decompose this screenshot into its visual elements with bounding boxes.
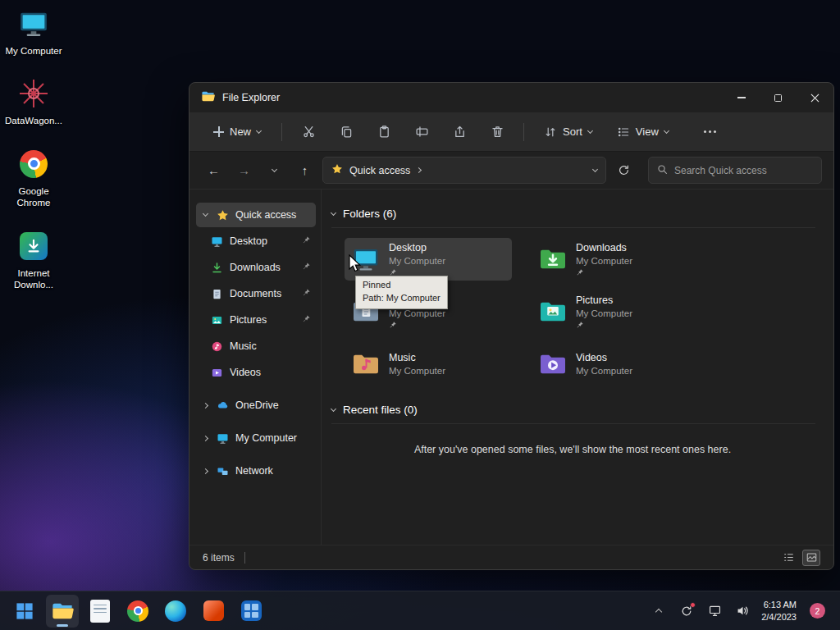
desktop-icon-label: Internet Downlo... — [2, 267, 65, 291]
maximize-button[interactable] — [760, 83, 797, 112]
computer-icon — [16, 7, 51, 41]
folder-tile-downloads[interactable]: Downloads My Computer — [532, 238, 699, 281]
sort-button[interactable]: Sort — [536, 120, 600, 144]
back-button[interactable]: ← — [201, 158, 226, 183]
rename-button[interactable] — [407, 117, 436, 147]
computer-icon — [216, 431, 230, 445]
sidebar-item-desktop[interactable]: Desktop — [196, 229, 316, 253]
folder-tile-pictures[interactable]: Pictures My Computer — [532, 290, 699, 333]
datawagon-icon — [16, 76, 51, 111]
folders-group-header[interactable]: Folders (6) — [331, 208, 815, 228]
new-button-label: New — [230, 126, 251, 138]
sidebar-item-network[interactable]: Network — [196, 459, 316, 483]
documents-icon — [210, 287, 224, 301]
chevron-down-icon[interactable] — [203, 211, 208, 217]
desktop-folder-icon — [351, 244, 381, 274]
volume-icon[interactable] — [733, 602, 751, 620]
pin-icon — [302, 262, 311, 273]
music-icon — [210, 340, 224, 354]
folder-tile-music[interactable]: Music My Computer — [345, 343, 512, 386]
desktop-icon-internet-download-manager[interactable]: Internet Downlo... — [2, 229, 66, 291]
refresh-button[interactable] — [611, 158, 637, 183]
network-icon[interactable] — [705, 602, 724, 620]
notification-count-badge[interactable]: 2 — [810, 603, 825, 619]
up-button[interactable]: ↑ — [292, 158, 317, 183]
search-input[interactable] — [674, 165, 813, 176]
taskbar-clock[interactable]: 6:13 AM 2/4/2023 — [761, 599, 797, 623]
delete-button[interactable] — [482, 117, 512, 147]
chevron-right-icon[interactable] — [203, 435, 208, 441]
desktop-icon-google-chrome[interactable]: Google Chrome — [2, 147, 66, 209]
collapse-chevron-icon[interactable] — [331, 209, 336, 215]
taskbar-chrome[interactable] — [121, 595, 154, 628]
share-button[interactable] — [445, 117, 474, 147]
sidebar-item-my-computer[interactable]: My Computer — [196, 426, 316, 450]
update-badge-dot — [690, 602, 696, 608]
title-bar[interactable]: File Explorer — [189, 83, 833, 112]
desktop-screen: My Computer DataWagon... Google Chrome I… — [0, 0, 840, 630]
paste-button[interactable] — [369, 117, 399, 147]
sidebar-item-quick-access[interactable]: Quick access — [196, 203, 316, 227]
taskbar-notepad[interactable] — [84, 595, 116, 628]
sidebar-item-videos[interactable]: Videos — [196, 360, 316, 385]
sidebar-item-onedrive[interactable]: OneDrive — [196, 393, 316, 418]
start-button[interactable] — [8, 595, 41, 628]
downloads-folder-icon — [538, 244, 568, 274]
sidebar-item-documents[interactable]: Documents — [196, 281, 316, 306]
collapse-chevron-icon[interactable] — [331, 405, 336, 411]
desktop-icon-my-computer[interactable]: My Computer — [2, 7, 66, 57]
window-title: File Explorer — [222, 92, 280, 103]
cut-button[interactable] — [294, 117, 323, 147]
folder-tile-desktop[interactable]: Desktop My Computer — [345, 238, 512, 281]
folder-name: Downloads — [576, 242, 632, 254]
edge-icon — [165, 600, 186, 622]
taskbar-edge[interactable] — [159, 595, 192, 628]
large-icons-view-button[interactable] — [802, 550, 820, 566]
chevron-right-icon[interactable] — [203, 468, 208, 473]
recent-files-group-header[interactable]: Recent files (0) — [331, 404, 815, 424]
item-count: 6 items — [203, 552, 235, 564]
folder-location: My Computer — [389, 365, 445, 377]
folder-name: Videos — [576, 352, 632, 364]
more-options-button[interactable] — [696, 118, 724, 146]
taskbar-office-app[interactable] — [197, 595, 230, 628]
details-view-button[interactable] — [779, 550, 797, 566]
new-button[interactable]: New — [204, 120, 270, 144]
toolbar-divider — [281, 123, 282, 141]
taskbar-grid-app[interactable] — [235, 595, 267, 628]
copy-button[interactable] — [331, 117, 361, 147]
minimize-button[interactable] — [723, 83, 760, 112]
view-button[interactable]: View — [609, 120, 677, 144]
sidebar-item-downloads[interactable]: Downloads — [196, 255, 316, 280]
close-button[interactable] — [797, 83, 833, 112]
desktop-icon-datawagon[interactable]: DataWagon... — [2, 76, 66, 126]
sort-button-label: Sort — [563, 126, 582, 138]
breadcrumb[interactable]: Quick access — [349, 165, 410, 176]
taskbar-file-explorer[interactable] — [46, 595, 79, 628]
tray-overflow-chevron-icon[interactable] — [650, 602, 668, 620]
sidebar-item-label: OneDrive — [235, 399, 311, 411]
folder-tile-videos[interactable]: Videos My Computer — [532, 343, 699, 386]
taskbar: 6:13 AM 2/4/2023 2 — [0, 591, 840, 630]
onedrive-cloud-icon — [216, 399, 230, 413]
tooltip-path: Path: My Computer — [363, 292, 441, 305]
desktop-icon-label: DataWagon... — [5, 115, 62, 126]
sidebar-item-label: Network — [235, 465, 311, 477]
pin-icon — [302, 314, 311, 326]
recent-locations-button[interactable] — [262, 158, 287, 183]
quick-access-star-icon — [331, 163, 343, 178]
status-bar: 6 items — [189, 545, 833, 569]
chevron-right-icon[interactable] — [416, 167, 422, 173]
view-icon — [617, 126, 630, 139]
forward-button[interactable]: → — [231, 158, 257, 183]
sidebar-item-pictures[interactable]: Pictures — [196, 308, 316, 332]
search-box[interactable] — [648, 157, 822, 184]
chevron-right-icon[interactable] — [203, 402, 208, 408]
update-sync-icon[interactable] — [678, 602, 696, 620]
star-icon — [216, 208, 230, 222]
clock-time: 6:13 AM — [761, 599, 797, 611]
address-dropdown-icon[interactable] — [592, 166, 598, 171]
search-icon — [657, 163, 668, 178]
address-bar[interactable]: Quick access — [322, 157, 606, 184]
sidebar-item-music[interactable]: Music — [196, 334, 316, 358]
